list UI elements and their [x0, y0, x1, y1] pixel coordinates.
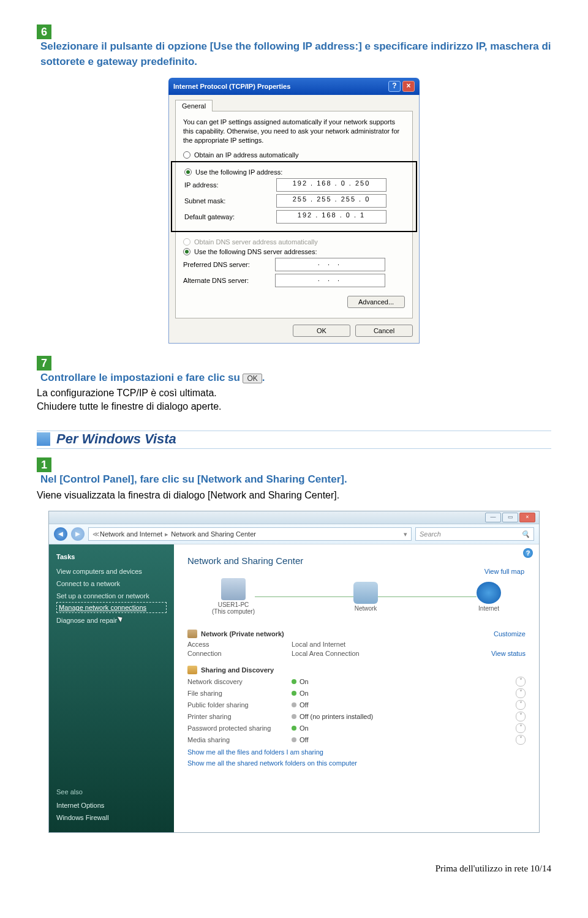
alternate-dns-input[interactable]: . . .: [275, 274, 385, 287]
sharing-value: On: [300, 724, 309, 732]
show-files-link[interactable]: Show me all the files and folders I am s…: [187, 748, 526, 756]
show-folders-link[interactable]: Show me all the shared network folders o…: [187, 759, 526, 767]
close-icon[interactable]: ×: [402, 81, 415, 92]
task-diagnose-repair[interactable]: Diagnose and repair: [56, 615, 167, 626]
preferred-dns-label: Preferred DNS server:: [183, 261, 275, 268]
help-icon[interactable]: ?: [523, 548, 533, 558]
sharing-value: Off: [300, 736, 308, 743]
step7-badge: 7: [37, 356, 51, 371]
radio-use-following-ip[interactable]: Use the following IP address:: [184, 168, 404, 176]
task-view-computers[interactable]: View computers and devices: [56, 568, 167, 575]
address-bar[interactable]: ≪ Network and Internet ▸ Network and Sha…: [88, 527, 412, 541]
ip-address-label: IP address:: [184, 181, 276, 189]
step6-badge: 6: [37, 24, 51, 39]
chevron-down-icon[interactable]: ˅: [516, 712, 526, 721]
step7-line2: La configurazione TCP/IP è così ultimata…: [37, 388, 551, 399]
help-icon[interactable]: ?: [388, 81, 401, 92]
sidebar: Tasks View computers and devices Connect…: [49, 544, 174, 832]
section-title: Per Windows Vista: [56, 431, 176, 447]
sharing-row: Public folder sharingOff˅: [187, 700, 526, 710]
main-title: Network and Sharing Center: [187, 555, 526, 566]
radio-obtain-ip-auto[interactable]: Obtain an IP address automatically: [183, 151, 405, 159]
chevron-down-icon[interactable]: ˅: [516, 688, 526, 698]
nav-back-icon[interactable]: ◄: [54, 527, 67, 541]
status-dot-icon: [292, 702, 296, 707]
step7-text-b: .: [262, 372, 265, 383]
access-value: Local and Internet: [292, 641, 526, 648]
tasks-heading: Tasks: [56, 553, 167, 560]
default-gateway-input[interactable]: 192 . 168 . 0 . 1: [276, 210, 386, 224]
connection-label: Connection: [187, 650, 292, 657]
sharing-row: Password protected sharingOn˅: [187, 723, 526, 733]
section-header: Per Windows Vista: [37, 431, 551, 449]
task-manage-connections-highlight: Manage network connections: [56, 602, 167, 613]
customize-link[interactable]: Customize: [494, 630, 526, 638]
crumb-sharing-center[interactable]: Network and Sharing Center: [171, 530, 256, 538]
status-dot-icon: [292, 737, 296, 742]
link-internet-options[interactable]: Internet Options: [56, 802, 167, 809]
maximize-icon[interactable]: ▭: [502, 513, 518, 522]
sharing-value: On: [300, 678, 309, 685]
view-full-map-link[interactable]: View full map: [484, 568, 524, 575]
chevron-down-icon[interactable]: ˅: [516, 700, 526, 710]
step1-line2: Viene visualizzata la finestra di dialog…: [37, 490, 551, 501]
sharing-key: Media sharing: [187, 736, 292, 743]
sharing-row: File sharingOn˅: [187, 688, 526, 698]
sharing-key: File sharing: [187, 690, 292, 697]
task-setup-connection[interactable]: Set up a connection or network: [56, 592, 167, 600]
default-gateway-label: Default gateway:: [184, 213, 276, 220]
status-dot-icon: [292, 691, 296, 696]
page-footer: Prima dell'utilizzo in rete 10/14: [0, 863, 551, 874]
sharing-row: Printer sharingOff (no printers installe…: [187, 712, 526, 721]
ip-address-input[interactable]: 192 . 168 . 0 . 250: [276, 178, 386, 192]
step7-text-a: Controllare le impostazioni e fare clic …: [40, 372, 240, 383]
xp-tcpip-dialog: Internet Protocol (TCP/IP) Properties ? …: [168, 78, 420, 344]
chevron-down-icon[interactable]: ˅: [516, 677, 526, 687]
task-manage-connections[interactable]: Manage network connections: [59, 604, 146, 611]
step7-line3: Chiudere tutte le finestre di dialogo ap…: [37, 401, 551, 412]
chevron-down-icon[interactable]: ˅: [516, 735, 526, 745]
sharing-key: Network discovery: [187, 678, 292, 685]
tab-general[interactable]: General: [175, 100, 213, 111]
access-label: Access: [187, 641, 292, 648]
window-chrome: — ▭ ×: [49, 511, 539, 524]
nav-forward-icon[interactable]: ►: [71, 527, 85, 541]
see-also-heading: See also: [56, 788, 167, 796]
radio-obtain-dns-auto: Obtain DNS server address automatically: [183, 238, 405, 246]
globe-icon: [477, 582, 501, 604]
subnet-mask-input[interactable]: 255 . 255 . 255 . 0: [276, 194, 386, 208]
advanced-button[interactable]: Advanced...: [347, 296, 405, 308]
chevron-down-icon[interactable]: ˅: [516, 723, 526, 733]
close-icon[interactable]: ×: [519, 513, 535, 522]
cancel-button[interactable]: Cancel: [355, 325, 413, 337]
alternate-dns-label: Alternate DNS server:: [183, 277, 275, 284]
step1-text: Nel [Control Panel], fare clic su [Netwo…: [40, 473, 347, 485]
sharing-value: Off (no printers installed): [300, 713, 373, 720]
radio-use-following-dns[interactable]: Use the following DNS server addresses:: [183, 248, 405, 255]
network-group-title: Network (Private network): [201, 630, 284, 638]
sharing-group-icon: [187, 666, 197, 674]
sharing-row: Network discoveryOn˅: [187, 677, 526, 687]
network-map: USER1-PC(This computer) Network Internet: [212, 578, 501, 615]
step1-badge: 1: [37, 457, 51, 472]
search-input[interactable]: Search🔍: [415, 527, 534, 541]
step6-text: Selezionare il pulsante di opzione [Use …: [40, 40, 551, 67]
section-bullet-icon: [37, 432, 50, 446]
vista-network-sharing-window: — ▭ × ◄ ► ≪ Network and Internet ▸ Netwo…: [48, 511, 540, 833]
xp-titlebar: Internet Protocol (TCP/IP) Properties ? …: [168, 78, 420, 95]
ok-button[interactable]: OK: [293, 325, 350, 337]
sharing-key: Public folder sharing: [187, 701, 292, 709]
network-icon: [353, 582, 378, 604]
sharing-group-title: Sharing and Discovery: [201, 666, 274, 674]
crumb-network-internet[interactable]: Network and Internet: [100, 530, 162, 538]
link-windows-firewall[interactable]: Windows Firewall: [56, 814, 167, 821]
sharing-key: Printer sharing: [187, 713, 292, 720]
preferred-dns-input[interactable]: . . .: [275, 258, 385, 271]
status-dot-icon: [292, 679, 296, 684]
task-connect-network[interactable]: Connect to a network: [56, 580, 167, 587]
view-status-link[interactable]: View status: [491, 650, 526, 657]
main-area: ? Network and Sharing Center View full m…: [174, 544, 539, 832]
minimize-icon[interactable]: —: [485, 513, 501, 522]
status-dot-icon: [292, 714, 296, 719]
ok-inline-button: OK: [243, 374, 262, 383]
